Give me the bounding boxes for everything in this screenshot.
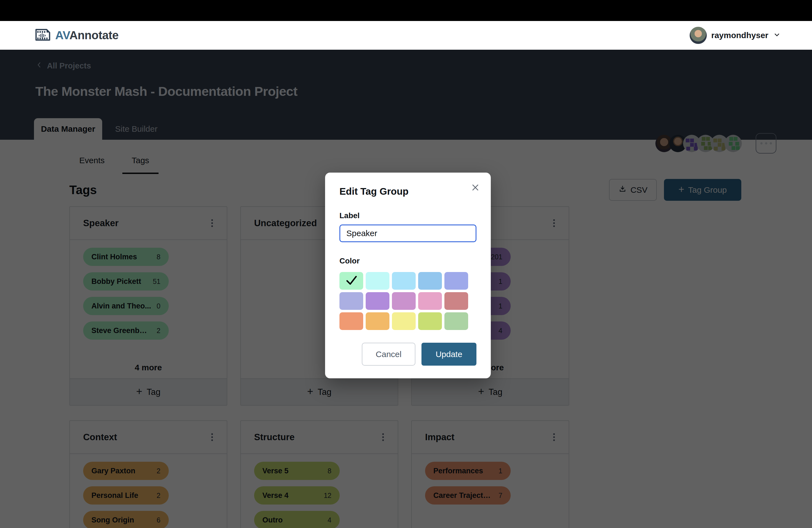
label-input[interactable] xyxy=(339,224,476,242)
user-menu[interactable]: raymondhyser xyxy=(690,27,781,44)
color-swatch[interactable] xyxy=(392,292,416,310)
top-nav: AVAnnotate raymondhyser xyxy=(0,21,812,50)
color-swatch[interactable] xyxy=(366,272,389,290)
user-avatar xyxy=(690,27,707,44)
color-swatch[interactable] xyxy=(339,312,363,330)
color-swatch[interactable] xyxy=(445,312,468,330)
color-field-label: Color xyxy=(339,256,476,265)
color-swatch[interactable] xyxy=(418,292,442,310)
modal-title: Edit Tag Group xyxy=(339,186,476,197)
color-swatch[interactable] xyxy=(339,272,363,290)
chevron-down-icon xyxy=(773,31,781,40)
color-swatch[interactable] xyxy=(392,312,416,330)
color-swatch[interactable] xyxy=(445,292,468,310)
user-name: raymondhyser xyxy=(711,31,768,40)
update-button[interactable]: Update xyxy=(421,343,476,366)
color-swatch[interactable] xyxy=(339,292,363,310)
edit-tag-group-modal: Edit Tag Group Label Color Cancel Update xyxy=(325,173,491,378)
color-swatch-grid xyxy=(339,272,476,330)
brand[interactable]: AVAnnotate xyxy=(35,28,118,43)
close-icon[interactable] xyxy=(469,181,481,194)
color-swatch[interactable] xyxy=(418,312,442,330)
cancel-button[interactable]: Cancel xyxy=(362,343,416,366)
color-swatch[interactable] xyxy=(418,272,442,290)
color-swatch[interactable] xyxy=(366,312,389,330)
label-field-label: Label xyxy=(339,211,476,220)
check-icon xyxy=(345,274,358,288)
top-strip xyxy=(0,0,812,21)
brand-name: AVAnnotate xyxy=(55,29,118,42)
color-swatch[interactable] xyxy=(366,292,389,310)
color-swatch[interactable] xyxy=(445,272,468,290)
color-swatch[interactable] xyxy=(392,272,416,290)
avannotate-logo-icon xyxy=(35,28,51,43)
